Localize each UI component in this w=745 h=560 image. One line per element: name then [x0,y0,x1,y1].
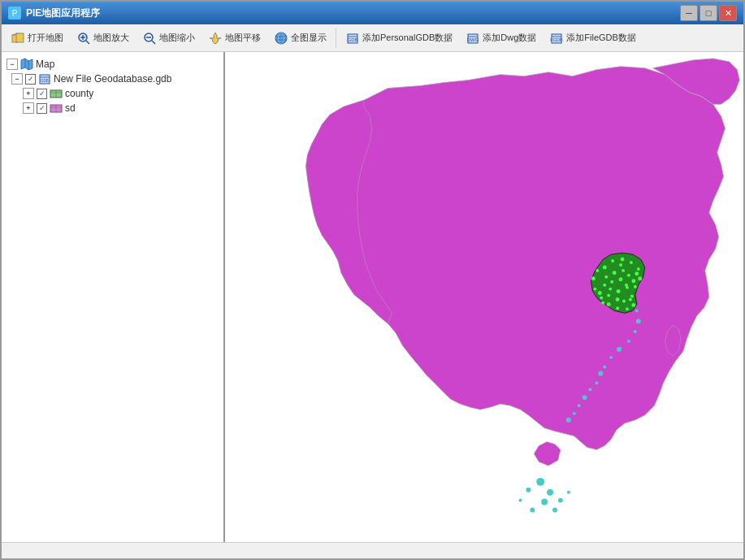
svg-point-78 [604,276,608,279]
svg-point-60 [573,412,576,415]
svg-point-68 [634,285,637,289]
add-dwg-label: 添加Dwg数据 [483,32,536,44]
add-dwg-button[interactable]: DWG 添加Dwg数据 [460,28,542,48]
svg-point-62 [603,265,607,269]
svg-point-73 [607,302,611,306]
close-button[interactable]: ✕ [719,5,737,21]
add-file-gdb-label: 添加FileGDB数据 [566,32,636,44]
status-bar [2,542,743,558]
open-map-button[interactable]: 打开地图 [5,28,69,48]
svg-point-89 [622,299,626,302]
svg-point-86 [603,284,606,287]
svg-point-37 [547,489,553,496]
svg-point-51 [627,340,630,343]
add-dwg-icon: DWG [466,31,480,46]
svg-text:GDB: GDB [347,37,357,42]
root-expand-btn[interactable]: − [6,59,18,70]
svg-point-43 [519,499,522,502]
svg-point-85 [609,288,612,291]
title-bar: P PIE地图应用程序 ─ □ ✕ [2,2,743,24]
minimize-button[interactable]: ─ [680,5,698,21]
toc-panel: − Map − ✓ GDB New File Geodatabase.gdb +… [2,52,225,542]
svg-point-77 [596,269,599,272]
county-expand-btn[interactable]: + [23,88,34,99]
svg-point-81 [627,274,630,277]
add-file-gdb-button[interactable]: FGDB 添加FileGDB数据 [544,28,642,48]
full-extent-icon [274,31,288,46]
svg-text:FGDB: FGDB [551,37,564,42]
window-controls: ─ □ ✕ [680,5,737,21]
gdb-expand-btn[interactable]: − [11,73,23,85]
open-map-icon [11,31,25,46]
gdb-checkbox[interactable]: ✓ [25,74,36,85]
toc-root-label: Map [36,59,54,70]
full-extent-label: 全图显示 [291,32,327,44]
svg-point-91 [598,291,602,295]
svg-point-71 [626,307,629,310]
svg-point-96 [619,263,622,267]
sd-checkbox[interactable]: ✓ [37,103,47,114]
main-area: − Map − ✓ GDB New File Geodatabase.gdb +… [2,52,743,542]
svg-point-90 [629,297,632,301]
zoom-out-button[interactable]: 地图缩小 [136,28,201,48]
svg-point-92 [601,301,604,304]
svg-point-39 [558,498,563,503]
map-canvas[interactable] [225,52,743,542]
county-layer-icon [50,87,63,100]
svg-point-55 [598,371,603,376]
svg-point-42 [552,507,557,512]
pan-button[interactable]: 地图平移 [202,28,266,48]
svg-point-61 [566,418,571,423]
add-file-gdb-icon: FGDB [549,31,564,46]
svg-point-38 [526,488,531,493]
full-extent-button[interactable]: 全图显示 [268,28,332,48]
svg-point-80 [622,269,625,272]
svg-point-87 [607,294,610,297]
svg-text:GDB: GDB [41,79,49,83]
toolbar-separator-1 [336,28,336,48]
open-map-label: 打开地图 [28,32,63,44]
svg-point-66 [637,267,640,271]
svg-point-58 [583,395,587,400]
svg-point-65 [630,261,633,264]
pan-label: 地图平移 [225,32,261,44]
svg-text:DWG: DWG [467,37,479,42]
svg-point-94 [619,277,623,281]
svg-point-84 [617,289,621,293]
svg-point-82 [631,279,635,283]
svg-point-57 [589,388,592,391]
zoom-in-button[interactable]: 地图放大 [71,28,135,48]
zoom-out-icon [142,31,157,46]
toc-gdb[interactable]: − ✓ GDB New File Geodatabase.gdb [10,72,220,86]
pan-icon [208,31,223,46]
toc-layer-sd[interactable]: + ✓ sd [21,101,220,115]
svg-line-8 [152,41,155,44]
svg-point-56 [595,381,598,384]
svg-point-36 [536,478,544,486]
svg-point-76 [591,276,596,280]
svg-point-95 [625,284,628,287]
map-svg [225,52,743,542]
svg-point-40 [541,499,548,506]
toc-root[interactable]: − Map [5,57,220,72]
toc-layer-county[interactable]: + ✓ county [21,86,220,101]
main-window: P PIE地图应用程序 ─ □ ✕ 打开地图 地图放大 地图缩小 [0,0,745,560]
svg-point-72 [616,306,619,310]
svg-point-50 [634,330,637,333]
maximize-button[interactable]: □ [700,5,717,21]
add-personal-gdb-button[interactable]: GDB 添加PersonalGDB数据 [340,28,458,48]
svg-point-88 [616,297,620,302]
svg-point-63 [611,259,614,263]
toc-gdb-label: New File Geodatabase.gdb [54,73,171,85]
zoom-out-label: 地图缩小 [159,32,195,44]
zoom-in-icon [76,31,91,46]
svg-point-41 [530,507,535,512]
sd-expand-btn[interactable]: + [23,102,34,114]
svg-point-97 [635,271,639,276]
svg-point-44 [567,491,570,494]
svg-point-54 [603,366,606,369]
toolbar: 打开地图 地图放大 地图缩小 地图平移 全图显示 [2,24,743,52]
county-checkbox[interactable]: ✓ [37,89,47,99]
svg-line-4 [86,41,89,44]
sd-layer-icon [50,102,63,115]
